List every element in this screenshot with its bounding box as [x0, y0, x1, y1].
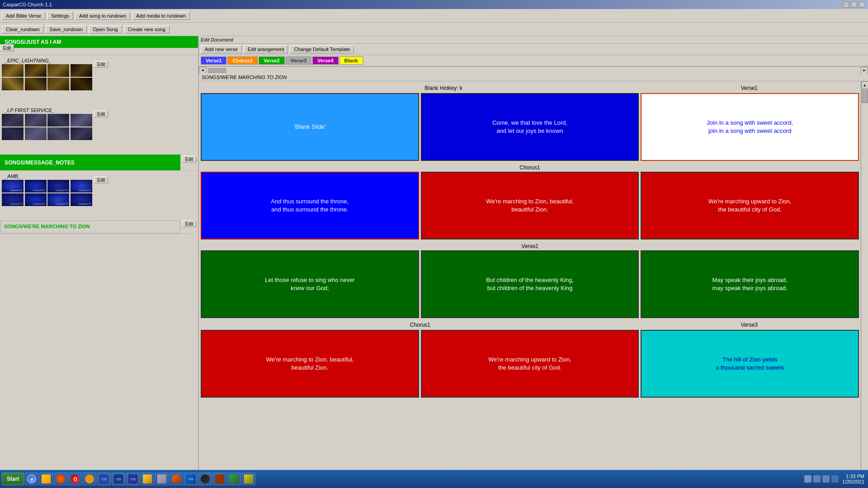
rundown-song-item[interactable]: SONGS/JUST AS I AM — [0, 36, 198, 48]
taskbar-app-game2[interactable] — [227, 473, 241, 485]
scroll-thumb[interactable] — [862, 89, 868, 103]
add-new-verse-button[interactable]: Add new verse — [201, 45, 242, 53]
verse1-slides: 'Blank Slide' Come, we that love the Lor… — [201, 93, 859, 161]
taskbar-app-vscode[interactable]: VS — [184, 473, 198, 485]
clock: 1:33 PM 1/20/2021 — [842, 474, 864, 484]
edit-button[interactable]: Edit — [94, 61, 108, 68]
thumbnail — [47, 78, 69, 90]
thumbnail — [47, 64, 69, 77]
verse-tabs: Verse1 Chorus1 Verse2 Verse3 Verse4 Blan… — [199, 55, 868, 66]
taskbar-app-caspar3[interactable]: CG — [126, 473, 140, 485]
tab-blank[interactable]: Blank — [340, 56, 363, 65]
scroll-thumb[interactable] — [208, 68, 226, 73]
list-item: _LP FIRST SERVICE_ Edit — [0, 105, 198, 155]
close-button[interactable]: × — [859, 1, 865, 8]
open-song-button[interactable]: Open Song — [89, 25, 122, 33]
window-title: CasparCG Church 1.1 — [3, 2, 52, 7]
song-label: SONGS/WE'RE MARCHING TO ZION — [199, 74, 868, 81]
edit-button[interactable]: Edit — [0, 45, 14, 52]
thumbnail — [25, 64, 47, 77]
taskbar-app-blender[interactable] — [83, 473, 96, 485]
scroll-right-arrow[interactable]: ► — [861, 67, 868, 74]
slide-card[interactable]: We're marching to Zion, beautiful,beauti… — [421, 172, 639, 239]
blank-hotkey-label: Blank Hotkey: k — [420, 83, 639, 92]
scroll-up-arrow[interactable]: ▲ — [861, 81, 868, 89]
thumbnail: CasparCG — [71, 180, 92, 192]
taskbar-app-pen[interactable] — [242, 473, 255, 485]
minimize-button[interactable]: _ — [843, 1, 849, 8]
taskbar-app-blender2[interactable] — [170, 473, 183, 485]
add-media-to-rundown-button[interactable]: Add media to rundown — [132, 12, 190, 20]
taskbar-app-ie[interactable]: e — [25, 473, 38, 485]
slide-card[interactable]: 'Blank Slide' — [201, 93, 419, 161]
slide-card[interactable]: Let those refuse to sing who neverknew o… — [201, 250, 419, 318]
edit-button[interactable]: Edit — [94, 177, 108, 183]
tab-chorus1[interactable]: Chorus1 — [227, 56, 258, 65]
rundown-active-song-item[interactable]: SONGS/WE'RE MARCHING TO ZION — [0, 221, 180, 234]
horizontal-scrollbar[interactable]: ◄ ► — [199, 66, 868, 74]
settings-button[interactable]: Settings — [47, 12, 73, 20]
thumbnail: CasparCG — [25, 193, 47, 206]
thumbnail — [71, 127, 92, 140]
create-new-song-button[interactable]: Create new song — [124, 25, 170, 33]
tab-verse3[interactable]: Verse3 — [286, 56, 311, 65]
edit-arrangement-button[interactable]: Edit arangement — [244, 45, 288, 53]
thumbnail — [2, 114, 24, 127]
change-default-template-button[interactable]: Change Default Template — [290, 45, 354, 53]
scroll-left-arrow[interactable]: ◄ — [199, 67, 206, 74]
toolbar2: Clear_rundown Save_rundown Open Song Cre… — [0, 23, 868, 36]
slide-area-wrapper: Blank Hotkey: k Verse1 'Blank Slide' Com… — [199, 81, 868, 488]
list-item: SONGS/MESSAGE_NOTES Edit — [0, 155, 198, 171]
slide-card[interactable]: Come, we that love the Lord,and let our … — [421, 93, 639, 161]
section-label-verse3: Verse3 — [640, 320, 859, 329]
taskbar-app-explorer[interactable] — [141, 473, 154, 485]
edit-button[interactable]: Edit — [182, 156, 196, 163]
maximize-button[interactable]: □ — [851, 1, 857, 8]
section-label-chorus1-2: Chorus1 — [201, 320, 640, 329]
system-tray — [804, 475, 839, 483]
taskbar-app-firefox[interactable] — [54, 473, 67, 485]
slide-card[interactable]: We're marching upward to Zion,the beauti… — [641, 172, 859, 239]
save-rundown-button[interactable]: Save_rundown — [46, 25, 87, 33]
tab-verse2[interactable]: Verse2 — [259, 56, 284, 65]
taskbar-app-filemanager[interactable] — [155, 473, 169, 485]
slide-card[interactable]: And thus surround the throne,and thus su… — [201, 172, 419, 239]
edit-button[interactable]: Edit — [182, 221, 196, 227]
thumbnail: CasparCG — [25, 180, 47, 192]
list-item: _AMB_ CasparCG CasparCG CasparCG CasparC… — [0, 171, 198, 221]
taskbar-app-opera[interactable]: O — [68, 473, 82, 485]
slide-card[interactable]: We're marching to Zion, beautiful,beauti… — [201, 330, 419, 398]
slide-card[interactable]: May speak their joys abroad,may speak th… — [641, 250, 859, 318]
start-button[interactable]: Start — [2, 473, 24, 485]
tab-verse4[interactable]: Verse4 — [312, 56, 338, 65]
list-item: _EPIC_LIGHTNING_ Edit — [0, 55, 198, 105]
media-thumbnails — [2, 114, 92, 140]
section-label-chorus1: Chorus1 — [201, 163, 859, 172]
slide-card[interactable]: We're marching upward to Zion,the beauti… — [421, 330, 639, 398]
slide-card[interactable]: The hill of Zion yieldsa thousand sacred… — [641, 330, 859, 398]
taskbar-app-caspar1[interactable]: CG — [97, 473, 111, 485]
vertical-scrollbar[interactable]: ▲ ▼ — [861, 81, 868, 488]
section-label-verse1: Verse1 — [640, 83, 859, 92]
thumbnail — [71, 114, 92, 127]
thumbnail — [25, 127, 47, 140]
thumbnail: CasparCG — [71, 193, 92, 206]
taskbar-app-folder[interactable] — [39, 473, 53, 485]
add-bible-verse-button[interactable]: Add Bible Verse — [2, 12, 45, 20]
taskbar-app-caspar2[interactable]: CG — [112, 473, 125, 485]
list-item: SONGS/JUST AS I AM Edit — [0, 36, 198, 55]
slide-card[interactable]: Join in a song with sweet accord,join in… — [641, 93, 859, 161]
tab-verse1[interactable]: Verse1 — [201, 56, 226, 65]
taskbar: Start e O CG CG CG VS — [0, 470, 868, 488]
thumbnail — [2, 64, 24, 77]
add-song-to-rundown-button[interactable]: Add song to rundown — [75, 12, 130, 20]
edit-button[interactable]: Edit — [94, 111, 108, 117]
rundown-panel: SONGS/JUST AS I AM Edit _EPIC_LIGHTNING_… — [0, 36, 199, 488]
taskbar-app-game1[interactable] — [213, 473, 226, 485]
rundown-song-item[interactable]: SONGS/MESSAGE_NOTES — [0, 155, 180, 170]
taskbar-app-obs[interactable] — [198, 473, 212, 485]
window-controls[interactable]: _ □ × — [843, 1, 865, 8]
tray-icon-4 — [831, 475, 839, 483]
clear-rundown-button[interactable]: Clear_rundown — [2, 25, 44, 33]
slide-card[interactable]: But children of the heavenly King,but ch… — [421, 250, 639, 318]
